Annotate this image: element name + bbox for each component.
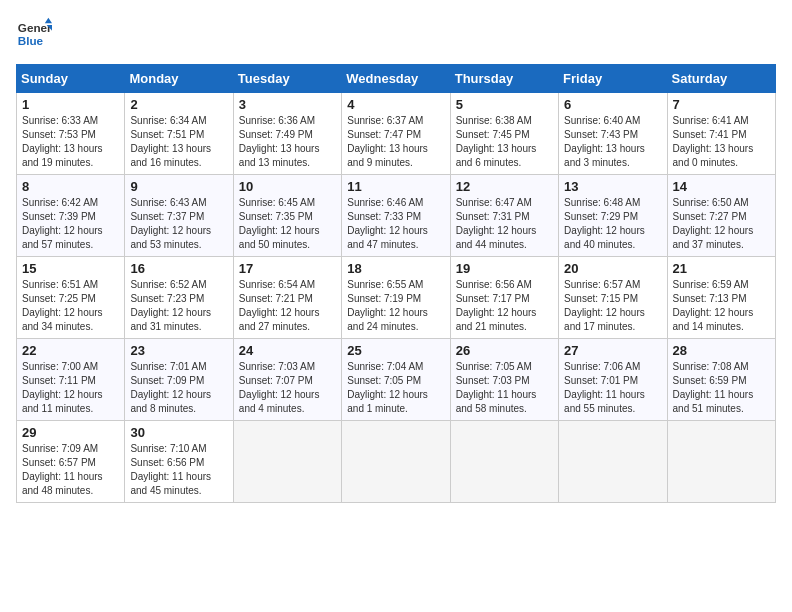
week-row-5: 29Sunrise: 7:09 AMSunset: 6:57 PMDayligh… bbox=[17, 421, 776, 503]
cell-text: Sunrise: 6:52 AMSunset: 7:23 PMDaylight:… bbox=[130, 278, 227, 334]
calendar-cell bbox=[450, 421, 558, 503]
calendar-table: SundayMondayTuesdayWednesdayThursdayFrid… bbox=[16, 64, 776, 503]
cell-text: Sunrise: 6:55 AMSunset: 7:19 PMDaylight:… bbox=[347, 278, 444, 334]
day-number: 19 bbox=[456, 261, 553, 276]
day-number: 24 bbox=[239, 343, 336, 358]
calendar-cell: 11Sunrise: 6:46 AMSunset: 7:33 PMDayligh… bbox=[342, 175, 450, 257]
cell-text: Sunrise: 6:36 AMSunset: 7:49 PMDaylight:… bbox=[239, 114, 336, 170]
column-header-wednesday: Wednesday bbox=[342, 65, 450, 93]
week-row-1: 1Sunrise: 6:33 AMSunset: 7:53 PMDaylight… bbox=[17, 93, 776, 175]
cell-text: Sunrise: 6:40 AMSunset: 7:43 PMDaylight:… bbox=[564, 114, 661, 170]
column-header-sunday: Sunday bbox=[17, 65, 125, 93]
cell-text: Sunrise: 6:43 AMSunset: 7:37 PMDaylight:… bbox=[130, 196, 227, 252]
day-number: 3 bbox=[239, 97, 336, 112]
column-header-saturday: Saturday bbox=[667, 65, 775, 93]
calendar-cell: 18Sunrise: 6:55 AMSunset: 7:19 PMDayligh… bbox=[342, 257, 450, 339]
page-header: General Blue bbox=[16, 16, 776, 52]
cell-text: Sunrise: 6:33 AMSunset: 7:53 PMDaylight:… bbox=[22, 114, 119, 170]
day-number: 9 bbox=[130, 179, 227, 194]
calendar-cell: 17Sunrise: 6:54 AMSunset: 7:21 PMDayligh… bbox=[233, 257, 341, 339]
day-number: 22 bbox=[22, 343, 119, 358]
cell-text: Sunrise: 7:10 AMSunset: 6:56 PMDaylight:… bbox=[130, 442, 227, 498]
calendar-cell bbox=[559, 421, 667, 503]
cell-text: Sunrise: 6:34 AMSunset: 7:51 PMDaylight:… bbox=[130, 114, 227, 170]
cell-text: Sunrise: 6:57 AMSunset: 7:15 PMDaylight:… bbox=[564, 278, 661, 334]
day-number: 18 bbox=[347, 261, 444, 276]
day-number: 2 bbox=[130, 97, 227, 112]
week-row-2: 8Sunrise: 6:42 AMSunset: 7:39 PMDaylight… bbox=[17, 175, 776, 257]
day-number: 10 bbox=[239, 179, 336, 194]
column-header-tuesday: Tuesday bbox=[233, 65, 341, 93]
day-number: 11 bbox=[347, 179, 444, 194]
calendar-cell: 12Sunrise: 6:47 AMSunset: 7:31 PMDayligh… bbox=[450, 175, 558, 257]
day-number: 4 bbox=[347, 97, 444, 112]
cell-text: Sunrise: 6:51 AMSunset: 7:25 PMDaylight:… bbox=[22, 278, 119, 334]
day-number: 21 bbox=[673, 261, 770, 276]
cell-text: Sunrise: 6:47 AMSunset: 7:31 PMDaylight:… bbox=[456, 196, 553, 252]
calendar-cell: 1Sunrise: 6:33 AMSunset: 7:53 PMDaylight… bbox=[17, 93, 125, 175]
calendar-cell: 28Sunrise: 7:08 AMSunset: 6:59 PMDayligh… bbox=[667, 339, 775, 421]
week-row-3: 15Sunrise: 6:51 AMSunset: 7:25 PMDayligh… bbox=[17, 257, 776, 339]
cell-text: Sunrise: 7:03 AMSunset: 7:07 PMDaylight:… bbox=[239, 360, 336, 416]
column-header-friday: Friday bbox=[559, 65, 667, 93]
cell-text: Sunrise: 6:42 AMSunset: 7:39 PMDaylight:… bbox=[22, 196, 119, 252]
day-number: 28 bbox=[673, 343, 770, 358]
cell-text: Sunrise: 6:56 AMSunset: 7:17 PMDaylight:… bbox=[456, 278, 553, 334]
cell-text: Sunrise: 6:48 AMSunset: 7:29 PMDaylight:… bbox=[564, 196, 661, 252]
svg-text:Blue: Blue bbox=[18, 34, 44, 47]
calendar-cell: 2Sunrise: 6:34 AMSunset: 7:51 PMDaylight… bbox=[125, 93, 233, 175]
cell-text: Sunrise: 7:01 AMSunset: 7:09 PMDaylight:… bbox=[130, 360, 227, 416]
cell-text: Sunrise: 7:08 AMSunset: 6:59 PMDaylight:… bbox=[673, 360, 770, 416]
day-number: 27 bbox=[564, 343, 661, 358]
cell-text: Sunrise: 6:46 AMSunset: 7:33 PMDaylight:… bbox=[347, 196, 444, 252]
calendar-cell: 19Sunrise: 6:56 AMSunset: 7:17 PMDayligh… bbox=[450, 257, 558, 339]
day-number: 23 bbox=[130, 343, 227, 358]
day-number: 13 bbox=[564, 179, 661, 194]
day-number: 6 bbox=[564, 97, 661, 112]
cell-text: Sunrise: 6:59 AMSunset: 7:13 PMDaylight:… bbox=[673, 278, 770, 334]
calendar-cell: 22Sunrise: 7:00 AMSunset: 7:11 PMDayligh… bbox=[17, 339, 125, 421]
logo: General Blue bbox=[16, 16, 52, 52]
calendar-cell: 5Sunrise: 6:38 AMSunset: 7:45 PMDaylight… bbox=[450, 93, 558, 175]
calendar-cell: 24Sunrise: 7:03 AMSunset: 7:07 PMDayligh… bbox=[233, 339, 341, 421]
day-number: 8 bbox=[22, 179, 119, 194]
day-number: 14 bbox=[673, 179, 770, 194]
day-number: 20 bbox=[564, 261, 661, 276]
calendar-cell: 8Sunrise: 6:42 AMSunset: 7:39 PMDaylight… bbox=[17, 175, 125, 257]
calendar-cell: 9Sunrise: 6:43 AMSunset: 7:37 PMDaylight… bbox=[125, 175, 233, 257]
day-number: 1 bbox=[22, 97, 119, 112]
calendar-cell bbox=[667, 421, 775, 503]
calendar-cell bbox=[233, 421, 341, 503]
cell-text: Sunrise: 6:37 AMSunset: 7:47 PMDaylight:… bbox=[347, 114, 444, 170]
column-header-monday: Monday bbox=[125, 65, 233, 93]
day-number: 25 bbox=[347, 343, 444, 358]
calendar-header-row: SundayMondayTuesdayWednesdayThursdayFrid… bbox=[17, 65, 776, 93]
logo-icon: General Blue bbox=[16, 16, 52, 52]
day-number: 26 bbox=[456, 343, 553, 358]
cell-text: Sunrise: 6:38 AMSunset: 7:45 PMDaylight:… bbox=[456, 114, 553, 170]
day-number: 15 bbox=[22, 261, 119, 276]
cell-text: Sunrise: 7:00 AMSunset: 7:11 PMDaylight:… bbox=[22, 360, 119, 416]
calendar-cell: 3Sunrise: 6:36 AMSunset: 7:49 PMDaylight… bbox=[233, 93, 341, 175]
day-number: 17 bbox=[239, 261, 336, 276]
day-number: 7 bbox=[673, 97, 770, 112]
day-number: 5 bbox=[456, 97, 553, 112]
column-header-thursday: Thursday bbox=[450, 65, 558, 93]
calendar-cell: 10Sunrise: 6:45 AMSunset: 7:35 PMDayligh… bbox=[233, 175, 341, 257]
calendar-cell: 27Sunrise: 7:06 AMSunset: 7:01 PMDayligh… bbox=[559, 339, 667, 421]
cell-text: Sunrise: 7:06 AMSunset: 7:01 PMDaylight:… bbox=[564, 360, 661, 416]
cell-text: Sunrise: 6:50 AMSunset: 7:27 PMDaylight:… bbox=[673, 196, 770, 252]
calendar-cell: 26Sunrise: 7:05 AMSunset: 7:03 PMDayligh… bbox=[450, 339, 558, 421]
cell-text: Sunrise: 7:05 AMSunset: 7:03 PMDaylight:… bbox=[456, 360, 553, 416]
calendar-cell: 20Sunrise: 6:57 AMSunset: 7:15 PMDayligh… bbox=[559, 257, 667, 339]
day-number: 12 bbox=[456, 179, 553, 194]
calendar-cell: 16Sunrise: 6:52 AMSunset: 7:23 PMDayligh… bbox=[125, 257, 233, 339]
calendar-cell: 25Sunrise: 7:04 AMSunset: 7:05 PMDayligh… bbox=[342, 339, 450, 421]
cell-text: Sunrise: 7:04 AMSunset: 7:05 PMDaylight:… bbox=[347, 360, 444, 416]
day-number: 30 bbox=[130, 425, 227, 440]
day-number: 29 bbox=[22, 425, 119, 440]
calendar-cell: 4Sunrise: 6:37 AMSunset: 7:47 PMDaylight… bbox=[342, 93, 450, 175]
calendar-cell: 30Sunrise: 7:10 AMSunset: 6:56 PMDayligh… bbox=[125, 421, 233, 503]
calendar-cell: 29Sunrise: 7:09 AMSunset: 6:57 PMDayligh… bbox=[17, 421, 125, 503]
cell-text: Sunrise: 6:41 AMSunset: 7:41 PMDaylight:… bbox=[673, 114, 770, 170]
